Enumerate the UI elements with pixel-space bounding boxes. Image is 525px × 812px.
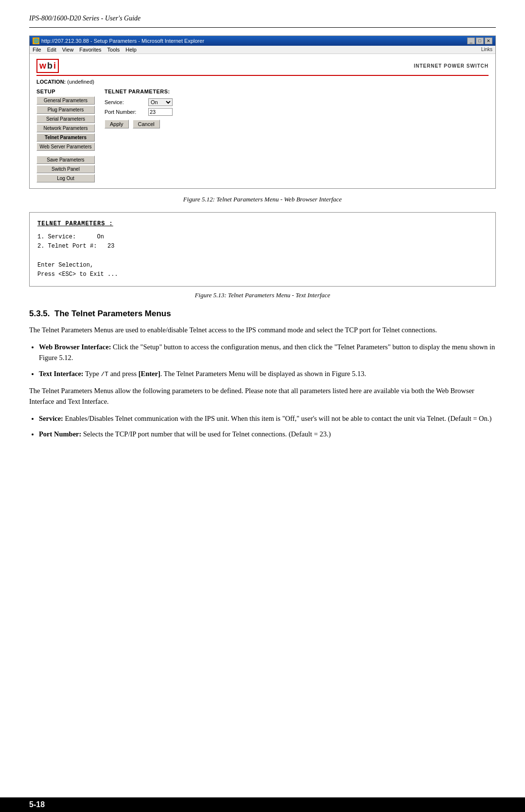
port-label: Port Number:: [105, 109, 148, 115]
bullet2-enter: [Enter]: [139, 370, 160, 378]
logo-i: i: [53, 61, 56, 71]
terminal-footer1: Enter Selection,: [37, 261, 488, 270]
bullet-list-2: Service: Enables/Disables Telnet communi…: [39, 413, 496, 440]
menu-edit[interactable]: Edit: [47, 47, 56, 53]
section-heading: 5.3.5. The Telnet Parameters Menus: [29, 309, 496, 319]
webapp-body: SETUP General Parameters Plug Parameters…: [36, 89, 489, 183]
serial-parameters-button[interactable]: Serial Parameters: [36, 115, 95, 123]
terminal-box: TELNET PARAMETERS : 1. Service: On 2. Te…: [29, 212, 496, 287]
terminal-line2: 2. Telnet Port #: 23: [37, 242, 488, 251]
bullet3-bold: Service:: [39, 415, 63, 422]
section-para2: The Telnet Parameters Menus allow the fo…: [29, 385, 496, 407]
form-actions: Apply Cancel: [105, 120, 489, 128]
setup-label: SETUP: [36, 89, 95, 94]
webapp-main: TELNET PARAMETERS: Service: On Off Port …: [105, 89, 489, 183]
webapp-location: LOCATION: (undefined): [36, 79, 489, 85]
bullet2-text: . The Telnet Parameters Menu will be dis…: [160, 370, 366, 378]
apply-button[interactable]: Apply: [105, 120, 129, 128]
webapp-logo: w b i: [36, 59, 59, 73]
web-server-parameters-button[interactable]: Web Server Parameters: [36, 143, 95, 151]
bullet-item-port: Port Number: Selects the TCP/IP port num…: [39, 429, 496, 439]
save-parameters-button[interactable]: Save Parameters: [36, 156, 95, 164]
logo-b: b: [47, 61, 52, 71]
menu-help[interactable]: Help: [125, 47, 137, 53]
close-button[interactable]: ✕: [485, 37, 492, 44]
telnet-parameters-button[interactable]: Telnet Parameters: [36, 133, 95, 142]
section-title: The Telnet Parameters Menus: [54, 309, 171, 318]
logo-w: w: [39, 61, 46, 71]
bullet2-bold: Text Interface:: [39, 370, 84, 378]
bullet4-bold: Port Number:: [39, 430, 81, 438]
terminal-title: TELNET PARAMETERS :: [37, 219, 488, 229]
bullet-item-text: Text Interface: Type /T and press [Enter…: [39, 368, 496, 379]
menu-favorites[interactable]: Favorites: [79, 47, 101, 53]
bullet2-code: /T: [101, 371, 108, 378]
bullet-item-service: Service: Enables/Disables Telnet communi…: [39, 413, 496, 424]
window-controls[interactable]: _ □ ✕: [467, 37, 492, 44]
browser-icon: 🌐: [33, 37, 39, 44]
figure2-caption: Figure 5.13: Telnet Parameters Menu - Te…: [29, 291, 496, 299]
plug-parameters-button[interactable]: Plug Parameters: [36, 106, 95, 114]
bullet3-text: Enables/Disables Telnet communication wi…: [63, 415, 491, 422]
browser-content: w b i INTERNET POWER SWITCH LOCATION: (u…: [30, 54, 495, 188]
page-header: IPS-800/1600-D20 Series - User's Guide: [29, 15, 496, 22]
bullet-list-1: Web Browser Interface: Click the "Setup"…: [39, 342, 496, 379]
terminal-line1: 1. Service: On: [37, 233, 488, 242]
webapp-header: w b i INTERNET POWER SWITCH: [36, 59, 489, 76]
network-parameters-button[interactable]: Network Parameters: [36, 124, 95, 132]
telnet-section-title: TELNET PARAMETERS:: [105, 89, 489, 94]
webapp-sidebar: SETUP General Parameters Plug Parameters…: [36, 89, 95, 183]
general-parameters-button[interactable]: General Parameters: [36, 96, 95, 105]
bullet2-pre: Type: [84, 370, 101, 378]
webapp-brand: INTERNET POWER SWITCH: [414, 63, 489, 69]
menu-file[interactable]: File: [33, 47, 41, 53]
links-label: Links: [481, 47, 492, 53]
figure1-caption: Figure 5.12: Telnet Parameters Menu - We…: [29, 196, 496, 203]
service-label: Service:: [105, 99, 148, 105]
log-out-button[interactable]: Log Out: [36, 174, 95, 182]
page-footer: 5-18: [0, 797, 525, 812]
browser-title: http://207.212.30.88 - Setup Parameters …: [41, 38, 204, 44]
header-rule: [29, 27, 496, 28]
logo-box: w b i: [36, 59, 59, 73]
port-row: Port Number:: [105, 108, 489, 116]
menu-view[interactable]: View: [62, 47, 74, 53]
port-input[interactable]: [148, 108, 173, 116]
browser-window: 🌐 http://207.212.30.88 - Setup Parameter…: [29, 36, 496, 189]
minimize-button[interactable]: _: [467, 37, 475, 44]
cancel-button[interactable]: Cancel: [133, 120, 160, 128]
maximize-button[interactable]: □: [476, 37, 484, 44]
browser-menubar: File Edit View Favorites Tools Help Link…: [30, 46, 495, 54]
section-number: 5.3.5.: [29, 309, 50, 318]
section-intro1: The Telnet Parameters Menus are used to …: [29, 325, 496, 335]
menu-tools[interactable]: Tools: [107, 47, 120, 53]
bullet4-text: Selects the TCP/IP port number that will…: [81, 430, 331, 438]
terminal-footer2: Press <ESC> to Exit ...: [37, 270, 488, 279]
service-select[interactable]: On Off: [148, 98, 173, 106]
bullet2-mid: and press: [108, 370, 139, 378]
bullet-item-web: Web Browser Interface: Click the "Setup"…: [39, 342, 496, 363]
browser-titlebar: 🌐 http://207.212.30.88 - Setup Parameter…: [30, 36, 495, 46]
page-number: 5-18: [29, 800, 45, 809]
switch-panel-button[interactable]: Switch Panel: [36, 165, 95, 173]
bullet1-bold: Web Browser Interface:: [39, 343, 111, 351]
service-row: Service: On Off: [105, 98, 489, 106]
